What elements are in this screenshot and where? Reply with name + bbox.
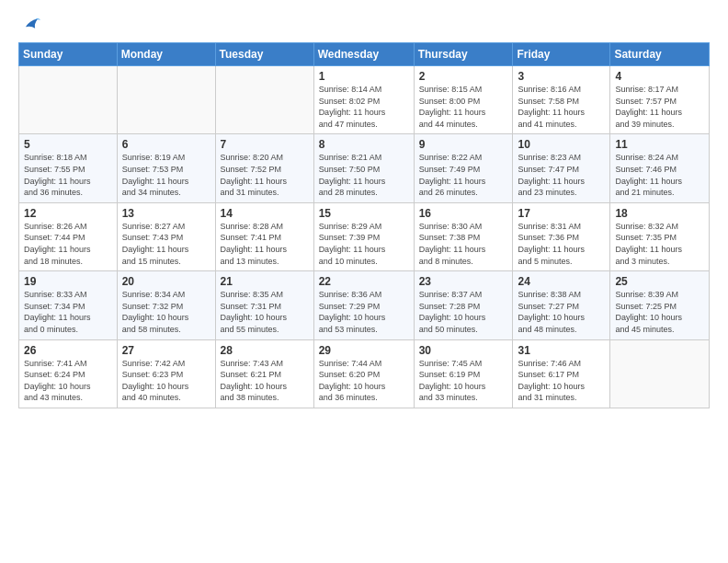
day-number: 24 (518, 275, 605, 288)
day-info: Sunrise: 8:14 AM Sunset: 8:02 PM Dayligh… (319, 84, 409, 130)
day-info: Sunrise: 8:29 AM Sunset: 7:39 PM Dayligh… (319, 221, 409, 267)
day-info: Sunrise: 7:45 AM Sunset: 6:19 PM Dayligh… (419, 358, 508, 404)
day-info: Sunrise: 8:30 AM Sunset: 7:38 PM Dayligh… (419, 221, 508, 267)
calendar-week-row: 19Sunrise: 8:33 AM Sunset: 7:34 PM Dayli… (19, 271, 710, 339)
calendar-cell: 30Sunrise: 7:45 AM Sunset: 6:19 PM Dayli… (414, 339, 513, 408)
day-number: 1 (319, 70, 409, 83)
day-number: 8 (319, 138, 409, 151)
day-info: Sunrise: 8:17 AM Sunset: 7:57 PM Dayligh… (615, 84, 704, 130)
calendar-header-monday: Monday (117, 43, 215, 66)
day-number: 31 (518, 344, 605, 357)
day-number: 7 (221, 138, 309, 151)
calendar-cell (117, 66, 215, 134)
calendar-cell (610, 339, 710, 408)
calendar-cell: 8Sunrise: 8:21 AM Sunset: 7:50 PM Daylig… (313, 134, 414, 202)
day-info: Sunrise: 8:23 AM Sunset: 7:47 PM Dayligh… (518, 152, 605, 198)
day-number: 12 (24, 207, 112, 220)
day-number: 23 (419, 275, 508, 288)
calendar-week-row: 5Sunrise: 8:18 AM Sunset: 7:55 PM Daylig… (19, 134, 710, 202)
calendar-cell: 23Sunrise: 8:37 AM Sunset: 7:28 PM Dayli… (414, 271, 513, 339)
day-number: 19 (24, 275, 112, 288)
calendar-table: SundayMondayTuesdayWednesdayThursdayFrid… (18, 42, 710, 408)
day-info: Sunrise: 7:43 AM Sunset: 6:21 PM Dayligh… (221, 358, 309, 404)
day-number: 6 (122, 138, 210, 151)
day-number: 11 (615, 138, 704, 151)
day-info: Sunrise: 8:27 AM Sunset: 7:43 PM Dayligh… (122, 221, 210, 267)
calendar-cell: 6Sunrise: 8:19 AM Sunset: 7:53 PM Daylig… (117, 134, 215, 202)
day-number: 22 (319, 275, 409, 288)
calendar-week-row: 12Sunrise: 8:26 AM Sunset: 7:44 PM Dayli… (19, 202, 710, 270)
day-info: Sunrise: 8:34 AM Sunset: 7:32 PM Dayligh… (122, 289, 210, 335)
calendar-header-row: SundayMondayTuesdayWednesdayThursdayFrid… (19, 43, 710, 66)
day-info: Sunrise: 8:39 AM Sunset: 7:25 PM Dayligh… (615, 289, 704, 335)
day-number: 13 (122, 207, 210, 220)
calendar-header-sunday: Sunday (19, 43, 118, 66)
day-number: 17 (518, 207, 605, 220)
day-number: 5 (24, 138, 112, 151)
calendar-cell (19, 66, 118, 134)
day-info: Sunrise: 8:33 AM Sunset: 7:34 PM Dayligh… (24, 289, 112, 335)
calendar-cell: 25Sunrise: 8:39 AM Sunset: 7:25 PM Dayli… (610, 271, 710, 339)
day-info: Sunrise: 8:36 AM Sunset: 7:29 PM Dayligh… (319, 289, 409, 335)
calendar-cell: 10Sunrise: 8:23 AM Sunset: 7:47 PM Dayli… (513, 134, 610, 202)
calendar-header-tuesday: Tuesday (215, 43, 313, 66)
day-info: Sunrise: 7:46 AM Sunset: 6:17 PM Dayligh… (518, 358, 605, 404)
day-number: 29 (319, 344, 409, 357)
calendar-cell: 1Sunrise: 8:14 AM Sunset: 8:02 PM Daylig… (313, 66, 414, 134)
day-number: 28 (221, 344, 309, 357)
day-info: Sunrise: 7:42 AM Sunset: 6:23 PM Dayligh… (122, 358, 210, 404)
calendar-cell: 18Sunrise: 8:32 AM Sunset: 7:35 PM Dayli… (610, 202, 710, 270)
day-info: Sunrise: 8:22 AM Sunset: 7:49 PM Dayligh… (419, 152, 508, 198)
day-number: 27 (122, 344, 210, 357)
calendar-cell: 22Sunrise: 8:36 AM Sunset: 7:29 PM Dayli… (313, 271, 414, 339)
calendar-header-saturday: Saturday (610, 43, 710, 66)
day-info: Sunrise: 8:21 AM Sunset: 7:50 PM Dayligh… (319, 152, 409, 198)
logo (18, 15, 40, 35)
day-number: 15 (319, 207, 409, 220)
calendar-cell: 4Sunrise: 8:17 AM Sunset: 7:57 PM Daylig… (610, 66, 710, 134)
day-info: Sunrise: 8:16 AM Sunset: 7:58 PM Dayligh… (518, 84, 605, 130)
calendar-cell: 7Sunrise: 8:20 AM Sunset: 7:52 PM Daylig… (215, 134, 313, 202)
day-info: Sunrise: 8:28 AM Sunset: 7:41 PM Dayligh… (221, 221, 309, 267)
calendar-cell: 24Sunrise: 8:38 AM Sunset: 7:27 PM Dayli… (513, 271, 610, 339)
calendar-cell: 15Sunrise: 8:29 AM Sunset: 7:39 PM Dayli… (313, 202, 414, 270)
calendar-header-wednesday: Wednesday (313, 43, 414, 66)
day-number: 26 (24, 344, 112, 357)
calendar-cell: 17Sunrise: 8:31 AM Sunset: 7:36 PM Dayli… (513, 202, 610, 270)
calendar-page: SundayMondayTuesdayWednesdayThursdayFrid… (0, 0, 728, 563)
calendar-cell: 19Sunrise: 8:33 AM Sunset: 7:34 PM Dayli… (19, 271, 118, 339)
calendar-cell: 9Sunrise: 8:22 AM Sunset: 7:49 PM Daylig… (414, 134, 513, 202)
calendar-cell: 3Sunrise: 8:16 AM Sunset: 7:58 PM Daylig… (513, 66, 610, 134)
day-number: 16 (419, 207, 508, 220)
day-info: Sunrise: 8:20 AM Sunset: 7:52 PM Dayligh… (221, 152, 309, 198)
day-info: Sunrise: 8:32 AM Sunset: 7:35 PM Dayligh… (615, 221, 704, 267)
day-number: 20 (122, 275, 210, 288)
calendar-week-row: 1Sunrise: 8:14 AM Sunset: 8:02 PM Daylig… (19, 66, 710, 134)
day-number: 10 (518, 138, 605, 151)
day-info: Sunrise: 7:41 AM Sunset: 6:24 PM Dayligh… (24, 358, 112, 404)
day-info: Sunrise: 8:15 AM Sunset: 8:00 PM Dayligh… (419, 84, 508, 130)
calendar-cell: 27Sunrise: 7:42 AM Sunset: 6:23 PM Dayli… (117, 339, 215, 408)
calendar-header-friday: Friday (513, 43, 610, 66)
calendar-cell: 13Sunrise: 8:27 AM Sunset: 7:43 PM Dayli… (117, 202, 215, 270)
page-header (18, 15, 710, 35)
calendar-cell: 21Sunrise: 8:35 AM Sunset: 7:31 PM Dayli… (215, 271, 313, 339)
day-info: Sunrise: 8:38 AM Sunset: 7:27 PM Dayligh… (518, 289, 605, 335)
day-info: Sunrise: 8:35 AM Sunset: 7:31 PM Dayligh… (221, 289, 309, 335)
day-number: 21 (221, 275, 309, 288)
calendar-cell: 29Sunrise: 7:44 AM Sunset: 6:20 PM Dayli… (313, 339, 414, 408)
calendar-cell: 2Sunrise: 8:15 AM Sunset: 8:00 PM Daylig… (414, 66, 513, 134)
calendar-cell: 16Sunrise: 8:30 AM Sunset: 7:38 PM Dayli… (414, 202, 513, 270)
day-number: 30 (419, 344, 508, 357)
day-info: Sunrise: 7:44 AM Sunset: 6:20 PM Dayligh… (319, 358, 409, 404)
calendar-week-row: 26Sunrise: 7:41 AM Sunset: 6:24 PM Dayli… (19, 339, 710, 408)
calendar-cell: 31Sunrise: 7:46 AM Sunset: 6:17 PM Dayli… (513, 339, 610, 408)
logo-bird-icon (20, 15, 40, 35)
calendar-cell: 20Sunrise: 8:34 AM Sunset: 7:32 PM Dayli… (117, 271, 215, 339)
day-number: 9 (419, 138, 508, 151)
day-number: 14 (221, 207, 309, 220)
day-number: 2 (419, 70, 508, 83)
day-number: 4 (615, 70, 704, 83)
day-number: 18 (615, 207, 704, 220)
day-info: Sunrise: 8:31 AM Sunset: 7:36 PM Dayligh… (518, 221, 605, 267)
